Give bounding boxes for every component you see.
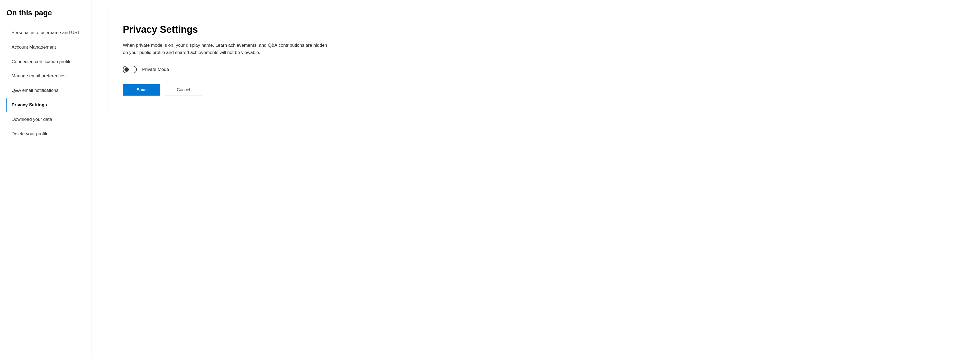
sidebar-item-manage-email[interactable]: Manage email preferences bbox=[6, 69, 85, 83]
sidebar-item-personal-info[interactable]: Personal info, username and URL bbox=[6, 26, 85, 40]
private-mode-label: Private Mode bbox=[142, 67, 169, 72]
sidebar-item-account-management[interactable]: Account Management bbox=[6, 40, 85, 54]
sidebar-title: On this page bbox=[6, 9, 85, 17]
toggle-thumb bbox=[124, 67, 129, 72]
sidebar: On this page Personal info, username and… bbox=[0, 0, 91, 359]
toggle-track bbox=[123, 66, 137, 73]
private-mode-toggle[interactable] bbox=[123, 66, 137, 73]
sidebar-item-qa-email[interactable]: Q&A email notifications bbox=[6, 83, 85, 97]
sidebar-item-download-data[interactable]: Download your data bbox=[6, 113, 85, 126]
sidebar-item-connected-certification[interactable]: Connected certification profile bbox=[6, 55, 85, 69]
sidebar-item-privacy-settings[interactable]: Privacy Settings bbox=[6, 98, 85, 112]
save-button[interactable]: Save bbox=[123, 84, 161, 96]
cancel-button[interactable]: Cancel bbox=[165, 84, 202, 96]
section-description: When private mode is on, your display na… bbox=[123, 41, 332, 56]
sidebar-item-delete-profile[interactable]: Delete your profile bbox=[6, 127, 85, 141]
section-title: Privacy Settings bbox=[123, 24, 334, 35]
button-row: Save Cancel bbox=[123, 84, 334, 96]
main-content: Privacy Settings When private mode is on… bbox=[91, 0, 429, 359]
privacy-settings-card: Privacy Settings When private mode is on… bbox=[108, 11, 349, 109]
private-mode-row: Private Mode bbox=[123, 66, 334, 73]
sidebar-nav: Personal info, username and URLAccount M… bbox=[6, 26, 85, 141]
